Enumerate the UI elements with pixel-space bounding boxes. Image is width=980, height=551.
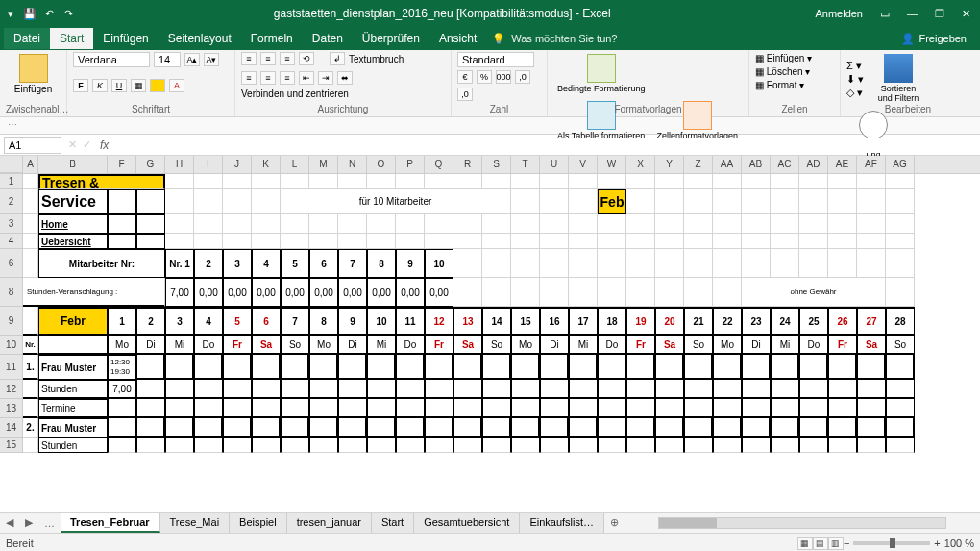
cell[interactable]: [626, 418, 655, 438]
cell[interactable]: [511, 355, 540, 380]
col-header[interactable]: G: [136, 156, 165, 173]
col-header[interactable]: K: [252, 156, 281, 173]
cell[interactable]: [23, 380, 38, 399]
cell[interactable]: 6: [252, 307, 281, 336]
clear-button[interactable]: ◇ ▾: [846, 86, 864, 99]
sheet-tab[interactable]: Tresen_Februar: [61, 513, 160, 533]
cell[interactable]: [136, 438, 165, 453]
col-header[interactable]: AG: [886, 156, 915, 173]
tab-überprüfen[interactable]: Überprüfen: [353, 28, 429, 49]
cell[interactable]: [367, 380, 396, 399]
cell[interactable]: [598, 174, 626, 189]
cell[interactable]: [886, 438, 915, 453]
cell[interactable]: [828, 355, 857, 380]
cell[interactable]: [857, 380, 886, 399]
cell[interactable]: Sa: [857, 336, 886, 355]
cell[interactable]: [338, 174, 367, 189]
cell[interactable]: [771, 214, 799, 234]
cell[interactable]: [684, 418, 713, 438]
col-header[interactable]: AA: [713, 156, 742, 173]
cell[interactable]: [742, 234, 771, 249]
cell[interactable]: [511, 418, 540, 438]
cell[interactable]: [626, 380, 655, 399]
cell[interactable]: [511, 234, 540, 249]
cell[interactable]: So: [281, 336, 309, 355]
cell[interactable]: Fr: [626, 336, 655, 355]
cell[interactable]: [23, 214, 38, 234]
align-top-icon[interactable]: ≡: [241, 52, 257, 65]
cell[interactable]: [799, 438, 828, 453]
cell[interactable]: [771, 234, 799, 249]
cell[interactable]: 0,00: [194, 278, 223, 307]
cell[interactable]: [223, 174, 252, 189]
cell[interactable]: [511, 399, 540, 418]
cell[interactable]: 0,00: [223, 278, 252, 307]
cell[interactable]: [367, 399, 396, 418]
row-header[interactable]: 10: [0, 336, 23, 355]
font-color-button[interactable]: A: [169, 79, 184, 92]
cell[interactable]: Mo: [309, 336, 338, 355]
cell[interactable]: Frau Muster: [38, 355, 108, 380]
merge-icon[interactable]: ⬌: [337, 71, 353, 85]
cell[interactable]: [569, 438, 598, 453]
redo-icon[interactable]: ↷: [61, 7, 75, 20]
col-header[interactable]: AB: [742, 156, 771, 173]
cell[interactable]: [309, 355, 338, 380]
italic-button[interactable]: K: [92, 79, 108, 92]
cell[interactable]: [136, 399, 165, 418]
cell[interactable]: Sa: [655, 336, 684, 355]
row-header[interactable]: 8: [0, 278, 23, 307]
cell[interactable]: [136, 418, 165, 438]
cell[interactable]: [886, 418, 915, 438]
cell[interactable]: [713, 418, 742, 438]
cell[interactable]: [598, 399, 626, 418]
cell[interactable]: [136, 380, 165, 399]
row-header[interactable]: 2: [0, 189, 23, 214]
cell[interactable]: [771, 189, 799, 214]
cell[interactable]: [425, 355, 453, 380]
col-header[interactable]: M: [309, 156, 338, 173]
cell[interactable]: [108, 399, 136, 418]
cell[interactable]: [598, 380, 626, 399]
col-header[interactable]: L: [281, 156, 309, 173]
cell[interactable]: [742, 355, 771, 380]
cell[interactable]: [252, 399, 281, 418]
paste-button[interactable]: Einfügen: [6, 52, 61, 96]
cell[interactable]: [886, 380, 915, 399]
col-header[interactable]: A: [23, 156, 38, 173]
cell[interactable]: [194, 399, 223, 418]
cell[interactable]: [194, 438, 223, 453]
cell[interactable]: [194, 174, 223, 189]
cell[interactable]: 23: [742, 307, 771, 336]
cell[interactable]: [799, 189, 828, 214]
cell[interactable]: [165, 355, 194, 380]
new-sheet-icon[interactable]: ⊕: [604, 516, 625, 529]
decrease-font-icon[interactable]: A▾: [204, 53, 219, 66]
cell[interactable]: 1.: [23, 355, 38, 380]
cell[interactable]: [655, 234, 684, 249]
cell[interactable]: [569, 174, 598, 189]
cell[interactable]: So: [482, 336, 511, 355]
view-break-icon[interactable]: ▥: [828, 537, 844, 550]
cell[interactable]: 21: [684, 307, 713, 336]
cell[interactable]: [223, 214, 252, 234]
sheet-tab[interactable]: Gesamtuebersicht: [414, 513, 520, 533]
cell[interactable]: Nr. 1: [165, 249, 194, 278]
cell[interactable]: [367, 174, 396, 189]
cell[interactable]: [598, 249, 626, 278]
cell[interactable]: 27: [857, 307, 886, 336]
cell[interactable]: [828, 234, 857, 249]
cell[interactable]: [684, 189, 713, 214]
cell[interactable]: [626, 249, 655, 278]
cell[interactable]: [857, 438, 886, 453]
cell[interactable]: 0,00: [338, 278, 367, 307]
cell[interactable]: [338, 380, 367, 399]
cell[interactable]: [223, 418, 252, 438]
tab-formeln[interactable]: Formeln: [241, 28, 303, 49]
cell[interactable]: [713, 278, 742, 307]
cell[interactable]: 14: [482, 307, 511, 336]
orientation-icon[interactable]: ⟲: [299, 52, 314, 65]
cell[interactable]: [223, 438, 252, 453]
col-header[interactable]: X: [626, 156, 655, 173]
align-left-icon[interactable]: ≡: [241, 71, 257, 85]
